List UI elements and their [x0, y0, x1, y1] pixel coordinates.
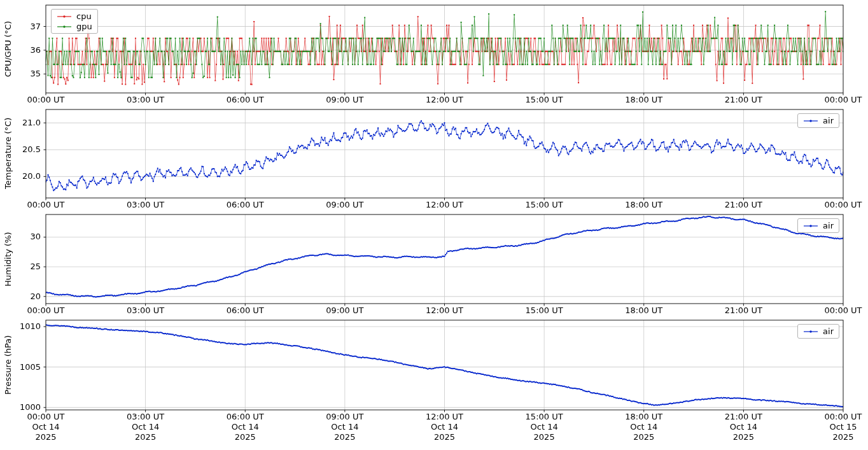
x-tick-date-label: Oct 14 — [132, 423, 159, 432]
legend-entry: cpu — [57, 11, 92, 21]
sensor-dashboard-figure: CPU/GPU (°C) Temperature (°C) Humidity (… — [0, 0, 868, 450]
y-tick-label: 20 — [1, 292, 41, 301]
x-tick-year-label: 2025 — [633, 433, 654, 442]
x-tick-date-label: Oct 15 — [829, 423, 857, 432]
x-tick-label: 12:00 UT — [426, 95, 463, 104]
y-tick-label: 20.5 — [1, 145, 41, 154]
x-tick-label: 06:00 UT — [227, 200, 264, 209]
y-tick-label: 1005 — [1, 363, 41, 372]
x-tick-label: 15:00 UT — [526, 95, 563, 104]
x-tick-year-label: 2025 — [135, 433, 156, 442]
x-tick-label: 00:00 UT — [27, 200, 64, 209]
legend-line-sample-icon — [803, 328, 818, 335]
x-tick-label: 03:00 UT — [127, 95, 164, 104]
x-tick-label: 03:00 UT — [127, 306, 164, 315]
x-tick-year-label: 2025 — [35, 433, 56, 442]
labels-overlay: 00:00 UT03:00 UT06:00 UT09:00 UT12:00 UT… — [0, 0, 868, 450]
y-tick-label: 1010 — [1, 322, 41, 331]
x-tick-label: 21:00 UT — [725, 200, 762, 209]
x-tick-label: 12:00 UT — [426, 306, 463, 315]
legend-label: air — [823, 327, 834, 336]
x-tick-date-label: Oct 14 — [630, 423, 657, 432]
legend: air — [797, 324, 839, 339]
y-tick-label: 36 — [1, 46, 41, 55]
x-tick-label: 09:00 UT — [326, 95, 363, 104]
y-tick-label: 25 — [1, 262, 41, 271]
legend-label: gpu — [76, 22, 92, 31]
x-tick-label: 00:00 UT — [27, 306, 64, 315]
x-tick-year-label: 2025 — [733, 433, 754, 442]
y-tick-label: 30 — [1, 232, 41, 241]
y-tick-label: 20.0 — [1, 172, 41, 181]
x-tick-year-label: 2025 — [534, 433, 555, 442]
x-tick-label: 00:00 UT — [824, 306, 862, 315]
x-tick-year-label: 2025 — [434, 433, 455, 442]
x-tick-year-label: 2025 — [235, 433, 256, 442]
x-tick-label: 12:00 UT — [426, 200, 463, 209]
x-tick-label: 06:00 UT — [227, 306, 264, 315]
x-tick-label: 15:00 UT — [526, 306, 563, 315]
x-tick-date-label: Oct 14 — [32, 423, 59, 432]
x-tick-label: 00:00 UT — [824, 95, 862, 104]
legend-entry: air — [803, 221, 834, 230]
y-tick-label: 1000 — [1, 403, 41, 412]
x-tick-date-label: Oct 14 — [730, 423, 757, 432]
x-tick-label: 06:00 UT — [227, 95, 264, 104]
x-tick-label: 03:00 UT — [127, 200, 164, 209]
legend-entry: gpu — [57, 22, 92, 31]
x-tick-label: 00:00 UT — [27, 412, 64, 421]
x-tick-label: 15:00 UT — [526, 200, 563, 209]
x-tick-label: 12:00 UT — [426, 412, 463, 421]
x-tick-label: 18:00 UT — [625, 95, 662, 104]
x-tick-label: 21:00 UT — [725, 412, 762, 421]
x-tick-label: 21:00 UT — [725, 306, 762, 315]
x-tick-label: 09:00 UT — [326, 412, 363, 421]
y-tick-label: 37 — [1, 22, 41, 31]
x-tick-date-label: Oct 14 — [431, 423, 458, 432]
legend-line-sample-icon — [803, 118, 818, 124]
x-tick-label: 21:00 UT — [725, 95, 762, 104]
x-tick-year-label: 2025 — [334, 433, 355, 442]
x-tick-label: 09:00 UT — [326, 200, 363, 209]
legend-line-sample-icon — [803, 223, 818, 229]
y-tick-label: 35 — [1, 69, 41, 78]
legend-label: air — [823, 221, 834, 230]
x-tick-label: 06:00 UT — [227, 412, 264, 421]
legend: air — [797, 113, 839, 128]
legend-entry: air — [803, 327, 834, 336]
x-tick-label: 00:00 UT — [27, 95, 64, 104]
x-tick-label: 15:00 UT — [526, 412, 563, 421]
x-tick-label: 03:00 UT — [127, 412, 164, 421]
legend: cpugpu — [51, 9, 98, 34]
y-tick-label: 21.0 — [1, 118, 41, 127]
x-tick-label: 18:00 UT — [625, 412, 662, 421]
x-tick-date-label: Oct 14 — [232, 423, 259, 432]
x-tick-date-label: Oct 14 — [331, 423, 358, 432]
x-tick-label: 00:00 UT — [824, 200, 862, 209]
legend-line-sample-icon — [57, 13, 72, 20]
x-tick-label: 09:00 UT — [326, 306, 363, 315]
legend-label: cpu — [76, 11, 92, 21]
x-tick-label: 18:00 UT — [625, 200, 662, 209]
x-tick-label: 18:00 UT — [625, 306, 662, 315]
legend-label: air — [823, 116, 834, 125]
legend-entry: air — [803, 116, 834, 125]
legend-line-sample-icon — [57, 24, 72, 30]
legend: air — [797, 218, 839, 233]
x-tick-date-label: Oct 14 — [531, 423, 558, 432]
x-tick-year-label: 2025 — [832, 433, 853, 442]
x-tick-label: 00:00 UT — [824, 412, 862, 421]
